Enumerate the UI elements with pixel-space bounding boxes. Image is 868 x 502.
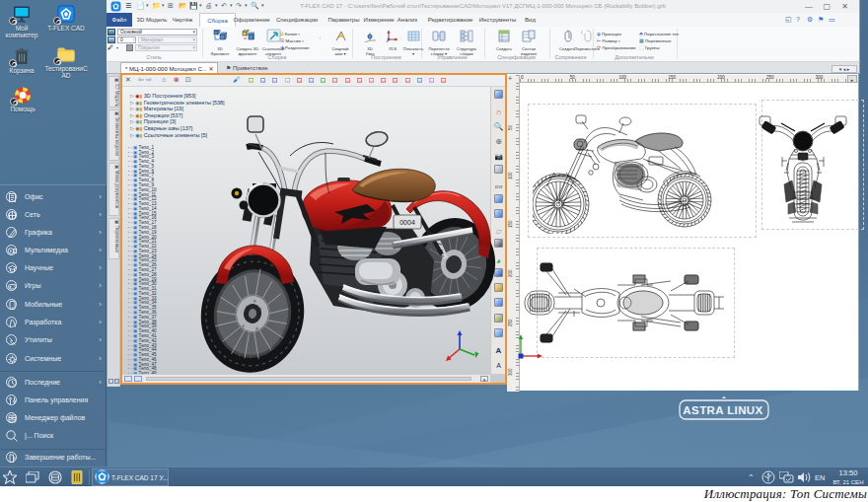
svg-text:ASTRA LINUX: ASTRA LINUX [683,404,762,416]
svg-text:0004: 0004 [399,219,415,226]
